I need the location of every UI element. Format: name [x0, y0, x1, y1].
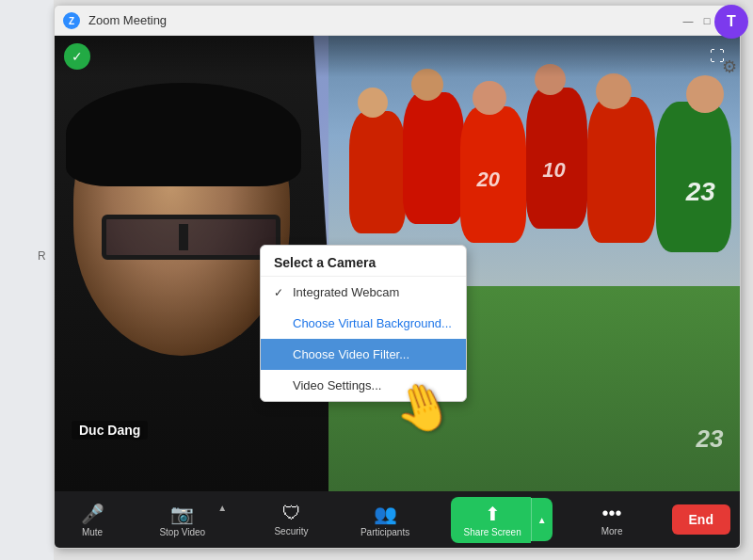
profile-avatar[interactable]: T	[714, 5, 748, 39]
checkmark-placeholder	[274, 317, 287, 330]
more-button[interactable]: ••• More	[584, 499, 640, 540]
stop-video-label: Stop Video	[159, 527, 205, 537]
mute-label: Mute	[82, 527, 103, 537]
menu-item-label: Video Settings...	[293, 378, 381, 392]
share-screen-caret[interactable]: ▲	[531, 498, 553, 541]
toolbar: 🎤 Mute 📷 Stop Video ▲ 🛡 Security 👥 Parti…	[55, 491, 740, 548]
video-top-bar: ✓ ⛶	[55, 36, 740, 77]
mute-button[interactable]: 🎤 Mute	[64, 499, 120, 541]
participant-name-label: Duc Dang	[72, 421, 148, 440]
video-button-group: 📷 Stop Video ▲	[152, 499, 232, 541]
context-menu-header: Select a Camera	[261, 246, 466, 277]
minimize-button[interactable]: —	[681, 14, 695, 27]
end-button[interactable]: End	[672, 504, 730, 535]
video-caret-button[interactable]: ▲	[213, 503, 232, 513]
menu-item-label: Integrated Webcam	[293, 285, 399, 299]
left-panel: R	[0, 0, 54, 560]
shield-toolbar-icon: 🛡	[282, 503, 301, 524]
glasses-bridge	[179, 224, 188, 250]
zoom-window: Z Zoom Meeting — □ ✕	[54, 5, 741, 549]
glasses-frame	[102, 215, 280, 260]
security-button[interactable]: 🛡 Security	[264, 499, 320, 540]
menu-item-label: Choose Video Filter...	[293, 347, 409, 361]
maximize-button[interactable]: □	[700, 14, 713, 27]
checkmark-icon: ✓	[274, 286, 287, 299]
menu-item-integrated-webcam[interactable]: ✓ Integrated Webcam	[261, 277, 466, 308]
title-bar: Z Zoom Meeting — □ ✕	[55, 6, 740, 36]
menu-item-label: Choose Virtual Background...	[293, 316, 452, 330]
share-icon: ⬆	[485, 503, 501, 525]
menu-item-virtual-background[interactable]: Choose Virtual Background...	[261, 308, 466, 339]
hair-shape	[66, 83, 301, 186]
checkmark-placeholder	[274, 379, 287, 392]
security-label: Security	[274, 526, 308, 536]
zoom-logo: Z	[62, 11, 81, 30]
checkmark-placeholder	[274, 348, 287, 361]
security-shield-icon: ✓	[64, 43, 90, 70]
menu-item-video-filter[interactable]: Choose Video Filter...	[261, 339, 466, 370]
more-label: More	[601, 526, 623, 536]
more-dots-icon: •••	[602, 503, 622, 524]
stop-video-button[interactable]: 📷 Stop Video	[152, 499, 213, 541]
camera-icon: 📷	[170, 503, 194, 525]
window-title: Zoom Meeting	[88, 13, 681, 27]
microphone-icon: 🎤	[81, 503, 104, 525]
share-screen-button[interactable]: ⬆ Share Screen	[451, 497, 531, 543]
side-letter: R	[38, 249, 46, 263]
settings-gear-icon[interactable]: ⚙	[715, 53, 744, 81]
video-area: 23 10 20 23 ✓ ⛶ Duc Dang Select a Camera…	[55, 36, 740, 491]
share-screen-label: Share Screen	[464, 527, 521, 537]
participants-icon: 👥	[374, 503, 397, 525]
svg-text:Z: Z	[69, 16, 74, 26]
share-screen-group: ⬆ Share Screen ▲	[451, 497, 553, 543]
participants-label: Participants	[360, 527, 409, 537]
participants-button[interactable]: 👥 Participants	[351, 499, 419, 541]
